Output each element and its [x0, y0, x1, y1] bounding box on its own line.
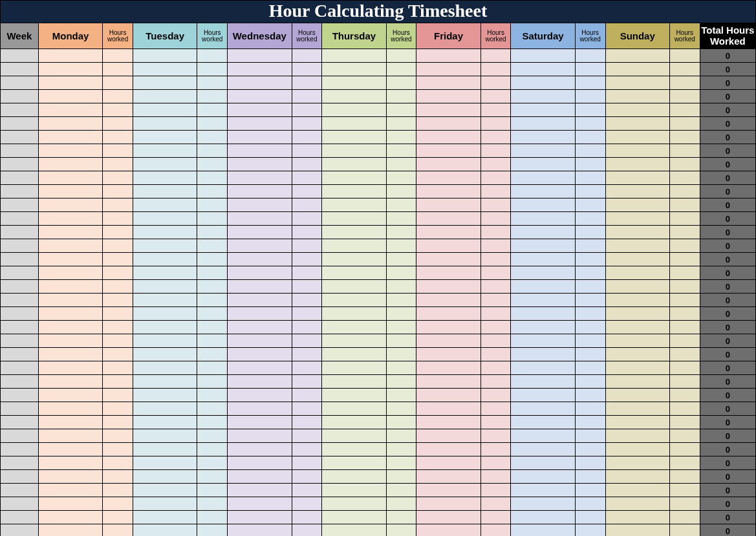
tue-cell[interactable]: [133, 307, 197, 321]
fri-hours-cell[interactable]: [481, 321, 511, 334]
sun-hours-cell[interactable]: [669, 294, 700, 307]
wed-cell[interactable]: [228, 63, 292, 76]
fri-hours-cell[interactable]: [481, 131, 511, 144]
sun-hours-cell[interactable]: [669, 402, 700, 416]
tue-hours-cell[interactable]: [197, 470, 228, 484]
sat-hours-cell[interactable]: [575, 63, 605, 76]
tue-hours-cell[interactable]: [197, 212, 228, 226]
mon-hours-cell[interactable]: [103, 456, 133, 470]
week-cell[interactable]: [1, 198, 39, 212]
fri-cell[interactable]: [416, 389, 481, 402]
sun-hours-cell[interactable]: [669, 171, 700, 185]
fri-hours-cell[interactable]: [481, 334, 511, 348]
mon-cell[interactable]: [38, 63, 102, 76]
wed-hours-cell[interactable]: [292, 131, 322, 144]
wed-hours-cell[interactable]: [292, 266, 322, 280]
tue-cell[interactable]: [133, 90, 197, 103]
sat-hours-cell[interactable]: [575, 90, 605, 103]
mon-hours-cell[interactable]: [103, 294, 133, 307]
wed-hours-cell[interactable]: [292, 185, 322, 198]
sat-cell[interactable]: [511, 497, 575, 511]
sun-hours-cell[interactable]: [669, 470, 700, 484]
thu-hours-cell[interactable]: [386, 76, 416, 90]
thu-cell[interactable]: [322, 117, 386, 131]
sun-hours-cell[interactable]: [669, 375, 700, 389]
sat-hours-cell[interactable]: [575, 198, 605, 212]
wed-hours-cell[interactable]: [292, 470, 322, 484]
wed-cell[interactable]: [228, 361, 292, 375]
tue-cell[interactable]: [133, 348, 197, 361]
tue-cell[interactable]: [133, 321, 197, 334]
wed-hours-cell[interactable]: [292, 63, 322, 76]
sun-hours-cell[interactable]: [669, 76, 700, 90]
mon-hours-cell[interactable]: [103, 416, 133, 429]
tue-cell[interactable]: [133, 334, 197, 348]
sun-hours-cell[interactable]: [669, 456, 700, 470]
tue-cell[interactable]: [133, 144, 197, 158]
fri-cell[interactable]: [416, 511, 481, 524]
mon-hours-cell[interactable]: [103, 63, 133, 76]
thu-cell[interactable]: [322, 280, 386, 294]
week-cell[interactable]: [1, 90, 39, 103]
sat-hours-cell[interactable]: [575, 429, 605, 443]
sun-hours-cell[interactable]: [669, 524, 700, 537]
wed-hours-cell[interactable]: [292, 90, 322, 103]
tue-cell[interactable]: [133, 103, 197, 117]
fri-hours-cell[interactable]: [481, 185, 511, 198]
fri-hours-cell[interactable]: [481, 76, 511, 90]
week-cell[interactable]: [1, 226, 39, 239]
mon-hours-cell[interactable]: [103, 524, 133, 537]
tue-cell[interactable]: [133, 484, 197, 497]
fri-cell[interactable]: [416, 307, 481, 321]
tue-hours-cell[interactable]: [197, 198, 228, 212]
thu-cell[interactable]: [322, 429, 386, 443]
sat-cell[interactable]: [511, 212, 575, 226]
mon-hours-cell[interactable]: [103, 185, 133, 198]
sat-hours-cell[interactable]: [575, 402, 605, 416]
wed-cell[interactable]: [228, 212, 292, 226]
thu-cell[interactable]: [322, 171, 386, 185]
sat-cell[interactable]: [511, 185, 575, 198]
fri-hours-cell[interactable]: [481, 63, 511, 76]
wed-hours-cell[interactable]: [292, 524, 322, 537]
sun-hours-cell[interactable]: [669, 63, 700, 76]
mon-cell[interactable]: [38, 484, 102, 497]
tue-hours-cell[interactable]: [197, 361, 228, 375]
mon-hours-cell[interactable]: [103, 226, 133, 239]
sun-cell[interactable]: [605, 158, 669, 171]
fri-hours-cell[interactable]: [481, 280, 511, 294]
sun-hours-cell[interactable]: [669, 280, 700, 294]
week-cell[interactable]: [1, 294, 39, 307]
sat-hours-cell[interactable]: [575, 226, 605, 239]
fri-cell[interactable]: [416, 443, 481, 456]
sat-cell[interactable]: [511, 171, 575, 185]
sun-hours-cell[interactable]: [669, 158, 700, 171]
fri-cell[interactable]: [416, 294, 481, 307]
mon-cell[interactable]: [38, 524, 102, 537]
wed-hours-cell[interactable]: [292, 375, 322, 389]
fri-hours-cell[interactable]: [481, 416, 511, 429]
wed-hours-cell[interactable]: [292, 226, 322, 239]
wed-cell[interactable]: [228, 131, 292, 144]
sun-hours-cell[interactable]: [669, 131, 700, 144]
sat-hours-cell[interactable]: [575, 49, 605, 63]
wed-cell[interactable]: [228, 294, 292, 307]
week-cell[interactable]: [1, 361, 39, 375]
tue-hours-cell[interactable]: [197, 307, 228, 321]
sat-cell[interactable]: [511, 389, 575, 402]
thu-hours-cell[interactable]: [386, 158, 416, 171]
thu-cell[interactable]: [322, 131, 386, 144]
sun-cell[interactable]: [605, 402, 669, 416]
wed-hours-cell[interactable]: [292, 497, 322, 511]
sun-cell[interactable]: [605, 144, 669, 158]
wed-hours-cell[interactable]: [292, 253, 322, 266]
fri-cell[interactable]: [416, 158, 481, 171]
sat-hours-cell[interactable]: [575, 511, 605, 524]
fri-hours-cell[interactable]: [481, 456, 511, 470]
week-cell[interactable]: [1, 280, 39, 294]
fri-cell[interactable]: [416, 266, 481, 280]
mon-cell[interactable]: [38, 49, 102, 63]
sun-cell[interactable]: [605, 361, 669, 375]
sat-hours-cell[interactable]: [575, 389, 605, 402]
thu-cell[interactable]: [322, 416, 386, 429]
